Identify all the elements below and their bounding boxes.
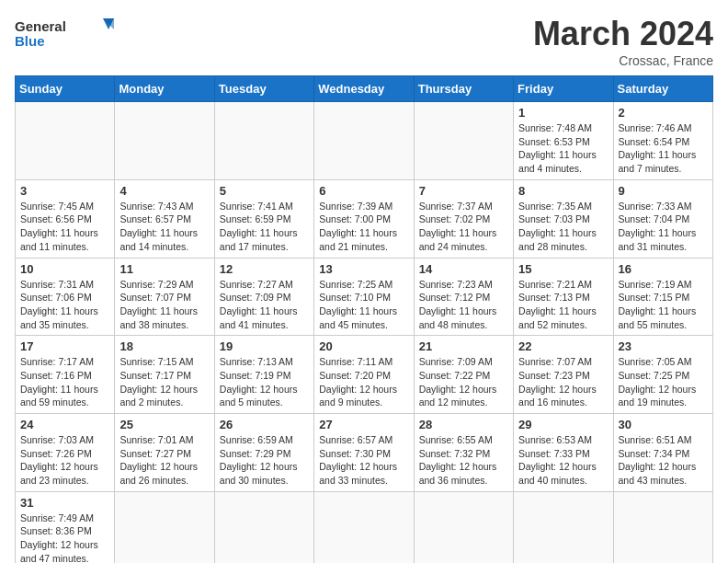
day-13: 13 Sunrise: 7:25 AMSunset: 7:10 PMDaylig… [314,258,414,336]
week-row-1: 1 Sunrise: 7:48 AM Sunset: 6:53 PM Dayli… [16,102,713,180]
day-15: 15 Sunrise: 7:21 AMSunset: 7:13 PMDaylig… [514,258,613,336]
svg-text:General: General [15,18,66,34]
day-28: 28 Sunrise: 6:55 AMSunset: 7:32 PMDaylig… [414,414,513,492]
day-5: 5 Sunrise: 7:41 AMSunset: 6:59 PMDayligh… [214,179,313,258]
empty-cell [214,102,313,180]
header-friday: Friday [514,76,613,102]
day-12: 12 Sunrise: 7:27 AMSunset: 7:09 PMDaylig… [214,258,313,336]
day-20: 20 Sunrise: 7:11 AMSunset: 7:20 PMDaylig… [314,336,414,414]
header-tuesday: Tuesday [214,76,313,102]
daylight-1: Daylight: 11 hours and 4 minutes. [518,149,597,174]
empty-cell [115,491,214,563]
day-23: 23 Sunrise: 7:05 AMSunset: 7:25 PMDaylig… [613,336,712,414]
empty-cell [115,102,214,180]
logo-svg: General Blue [15,15,116,53]
header-monday: Monday [115,76,214,102]
header-wednesday: Wednesday [314,76,414,102]
week-row-6: 31 Sunrise: 7:49 AMSunset: 8:36 PMDaylig… [16,491,713,563]
day-17: 17 Sunrise: 7:17 AMSunset: 7:16 PMDaylig… [16,336,115,414]
calendar-table: Sunday Monday Tuesday Wednesday Thursday… [15,75,713,563]
day-19: 19 Sunrise: 7:13 AMSunset: 7:19 PMDaylig… [214,336,313,414]
header-sunday: Sunday [16,76,115,102]
sunrise-1: Sunrise: 7:48 AM [518,122,592,133]
day-14: 14 Sunrise: 7:23 AMSunset: 7:12 PMDaylig… [414,258,513,336]
week-row-4: 17 Sunrise: 7:17 AMSunset: 7:16 PMDaylig… [16,336,713,414]
day-16: 16 Sunrise: 7:19 AMSunset: 7:15 PMDaylig… [613,258,712,336]
logo: General Blue [15,15,116,53]
empty-cell [214,491,313,563]
empty-cell [414,102,513,180]
day-8: 8 Sunrise: 7:35 AMSunset: 7:03 PMDayligh… [514,179,613,258]
day-21: 21 Sunrise: 7:09 AMSunset: 7:22 PMDaylig… [414,336,513,414]
empty-cell [314,102,414,180]
svg-text:Blue: Blue [15,33,45,49]
day-4: 4 Sunrise: 7:43 AMSunset: 6:57 PMDayligh… [115,179,214,258]
day-25: 25 Sunrise: 7:01 AMSunset: 7:27 PMDaylig… [115,414,214,492]
day-30: 30 Sunrise: 6:51 AMSunset: 7:34 PMDaylig… [613,414,712,492]
day-10: 10 Sunrise: 7:31 AMSunset: 7:06 PMDaylig… [16,258,115,336]
empty-cell [16,102,115,180]
day-1: 1 Sunrise: 7:48 AM Sunset: 6:53 PM Dayli… [514,102,613,180]
empty-cell [514,491,613,563]
empty-cell [414,491,513,563]
day-27: 27 Sunrise: 6:57 AMSunset: 7:30 PMDaylig… [314,414,414,492]
day-7: 7 Sunrise: 7:37 AMSunset: 7:02 PMDayligh… [414,179,513,258]
week-row-3: 10 Sunrise: 7:31 AMSunset: 7:06 PMDaylig… [16,258,713,336]
month-title: March 2024 [533,15,713,53]
header-saturday: Saturday [613,76,712,102]
empty-cell [314,491,414,563]
day-3: 3 Sunrise: 7:45 AMSunset: 6:56 PMDayligh… [16,179,115,258]
day-26: 26 Sunrise: 6:59 AMSunset: 7:29 PMDaylig… [214,414,313,492]
title-area: March 2024 Crossac, France [533,15,713,68]
day-31: 31 Sunrise: 7:49 AMSunset: 8:36 PMDaylig… [16,491,115,563]
day-6: 6 Sunrise: 7:39 AMSunset: 7:00 PMDayligh… [314,179,414,258]
weekday-header-row: Sunday Monday Tuesday Wednesday Thursday… [16,76,713,102]
day-22: 22 Sunrise: 7:07 AMSunset: 7:23 PMDaylig… [514,336,613,414]
sunset-1: Sunset: 6:53 PM [518,136,590,147]
day-9: 9 Sunrise: 7:33 AMSunset: 7:04 PMDayligh… [613,179,712,258]
week-row-2: 3 Sunrise: 7:45 AMSunset: 6:56 PMDayligh… [16,179,713,258]
day-24: 24 Sunrise: 7:03 AMSunset: 7:26 PMDaylig… [16,414,115,492]
day-18: 18 Sunrise: 7:15 AMSunset: 7:17 PMDaylig… [115,336,214,414]
day-11: 11 Sunrise: 7:29 AMSunset: 7:07 PMDaylig… [115,258,214,336]
header-thursday: Thursday [414,76,513,102]
empty-cell [613,491,712,563]
day-2: 2 Sunrise: 7:46 AM Sunset: 6:54 PM Dayli… [613,102,712,180]
day-29: 29 Sunrise: 6:53 AMSunset: 7:33 PMDaylig… [514,414,613,492]
location: Crossac, France [533,53,713,68]
calendar-header: General Blue March 2024 Crossac, France [15,15,713,68]
week-row-5: 24 Sunrise: 7:03 AMSunset: 7:26 PMDaylig… [16,414,713,492]
